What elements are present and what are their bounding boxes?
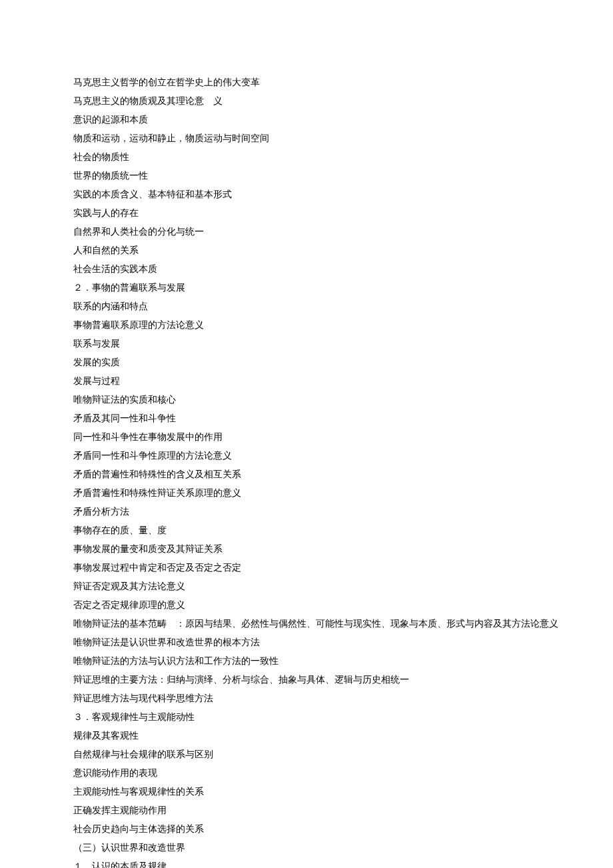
text-line: 唯物辩证法的实质和核心	[73, 391, 540, 409]
text-line: 发展的实质	[73, 353, 540, 372]
text-line: ３．客观规律性与主观能动性	[73, 708, 540, 727]
text-line: 发展与过程	[73, 372, 540, 391]
text-line: 马克思主义哲学的创立在哲学史上的伟大变革	[73, 73, 540, 92]
text-line: 世界的物质统一性	[73, 167, 540, 185]
text-line: 矛盾分析方法	[73, 503, 540, 521]
text-line: 正确发挥主观能动作用	[73, 801, 540, 820]
text-line: 联系与发展	[73, 335, 540, 353]
text-line: 同一性和斗争性在事物发展中的作用	[73, 428, 540, 447]
text-line: 意识的起源和本质	[73, 111, 540, 129]
text-line: 事物发展过程中肯定和否定及否定之否定	[73, 559, 540, 577]
text-line: 社会生活的实践本质	[73, 260, 540, 279]
text-line: 实践与人的存在	[73, 204, 540, 223]
text-line: 社会历史趋向与主体选择的关系	[73, 820, 540, 839]
text-line: 矛盾及其同一性和斗争性	[73, 409, 540, 428]
text-line: 矛盾普遍性和特殊性辩证关系原理的意义	[73, 484, 540, 503]
text-line: 唯物辩证法的基本范畴 ：原因与结果、必然性与偶然性、可能性与现实性、现象与本质、…	[73, 615, 540, 633]
text-line: 事物存在的质、量、度	[73, 521, 540, 540]
text-line: 矛盾的普遍性和特殊性的含义及相互关系	[73, 465, 540, 484]
text-line: 意识能动作用的表现	[73, 764, 540, 783]
text-line: 人和自然的关系	[73, 241, 540, 260]
text-line: 实践的本质含义、基本特征和基本形式	[73, 185, 540, 204]
text-line: 唯物辩证法是认识世界和改造世界的根本方法	[73, 633, 540, 652]
text-line: 社会的物质性	[73, 148, 540, 167]
text-line: 自然界和人类社会的分化与统一	[73, 223, 540, 241]
text-line: 辩证否定观及其方法论意义	[73, 577, 540, 596]
document-body: 马克思主义哲学的创立在哲学史上的伟大变革马克思主义的物质观及其理论意 义意识的起…	[73, 73, 540, 868]
text-line: 物质和运动，运动和静止，物质运动与时间空间	[73, 129, 540, 148]
text-line: 规律及其客观性	[73, 727, 540, 745]
text-line: １．认识的本质及规律	[73, 857, 540, 868]
text-line: 马克思主义的物质观及其理论意 义	[73, 92, 540, 111]
text-line: 矛盾同一性和斗争性原理的方法论意义	[73, 447, 540, 465]
text-line: 自然规律与社会规律的联系与区别	[73, 745, 540, 764]
text-line: 主观能动性与客观规律性的关系	[73, 783, 540, 801]
text-line: 事物发展的量变和质变及其辩证关系	[73, 540, 540, 559]
text-line: （三）认识世界和改造世界	[73, 839, 540, 857]
text-line: 联系的内涵和特点	[73, 297, 540, 316]
text-line: 事物普遍联系原理的方法论意义	[73, 316, 540, 335]
text-line: 唯物辩证法的方法与认识方法和工作方法的一致性	[73, 652, 540, 671]
text-line: 辩证思维方法与现代科学思维方法	[73, 689, 540, 708]
text-line: 辩证思维的主要方法：归纳与演绎、分析与综合、抽象与具体、逻辑与历史相统一	[73, 671, 540, 689]
text-line: ２．事物的普遍联系与发展	[73, 279, 540, 297]
text-line: 否定之否定规律原理的意义	[73, 596, 540, 615]
